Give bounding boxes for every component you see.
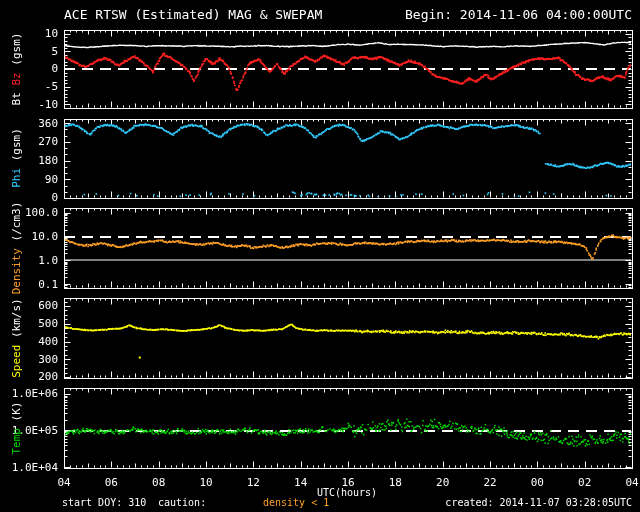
yaxis-label-phi: Phi (gsm): [10, 128, 23, 188]
yaxis-label-bz: Bz: [10, 72, 23, 85]
yaxis-label-density-text: Density: [10, 248, 23, 294]
x-tick-label: 06: [105, 476, 118, 489]
x-tick-label: 04: [625, 476, 638, 489]
yaxis-label-phi-text: Phi: [10, 168, 23, 188]
yaxis-label-temp-text: Temp: [10, 428, 23, 455]
yaxis-label-speed: Speed (km/s): [10, 298, 23, 378]
x-tick-label: 04: [57, 476, 70, 489]
x-tick-label: 22: [483, 476, 496, 489]
x-tick-label: 02: [578, 476, 591, 489]
caution-label: caution:: [158, 497, 206, 508]
caution-value: density < 1: [263, 497, 329, 508]
yaxis-label-bt-bz: Bt Bz (gsm): [10, 33, 23, 106]
created-timestamp: created: 2014-11-07 03:28:05UTC: [445, 497, 632, 508]
plot-title: ACE RTSW (Estimated) MAG & SWEPAM: [64, 7, 322, 22]
yaxis-unit-k: (K): [10, 402, 23, 422]
x-tick-label: 12: [247, 476, 260, 489]
start-doy-label: start DOY: 310: [62, 497, 146, 508]
yaxis-label-density: Density (/cm3): [10, 202, 23, 295]
x-tick-label: 20: [436, 476, 449, 489]
yaxis-label-bt: Bt: [10, 92, 23, 105]
x-tick-label: 08: [152, 476, 165, 489]
yaxis-unit-gsm2: (gsm): [10, 128, 23, 161]
yaxis-unit-gsm: (gsm): [10, 33, 23, 66]
ace-rtsw-screen: { "header": { "title": "ACE RTSW (Estima…: [0, 0, 640, 512]
yaxis-unit-kms: (km/s): [10, 298, 23, 338]
x-tick-label: 10: [199, 476, 212, 489]
x-tick-label: 00: [531, 476, 544, 489]
x-tick-label: 18: [389, 476, 402, 489]
x-tick-label: 14: [294, 476, 307, 489]
yaxis-unit-cm3: (/cm3): [10, 202, 23, 242]
yaxis-label-speed-text: Speed: [10, 345, 23, 378]
plot-canvas: [0, 0, 640, 512]
yaxis-label-temp: Temp (K): [10, 402, 23, 455]
begin-timestamp: Begin: 2014-11-06 04:00:00UTC: [405, 7, 632, 22]
